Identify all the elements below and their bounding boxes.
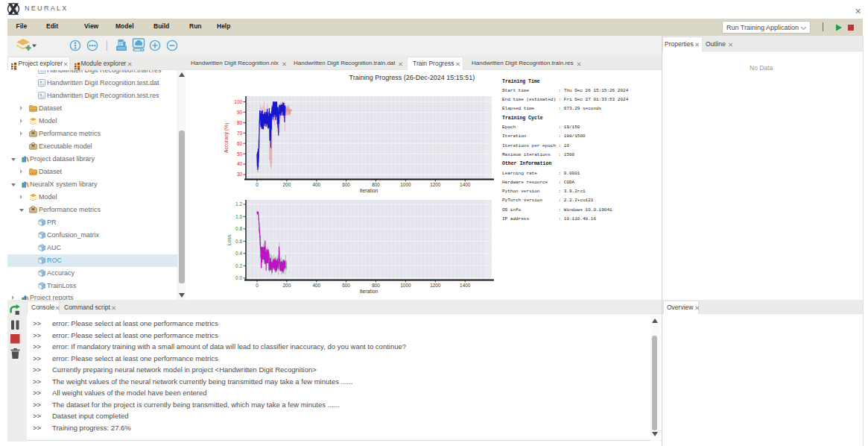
svg-text:1.2: 1.2 — [235, 201, 242, 207]
svg-text:0.0: 0.0 — [235, 275, 242, 280]
svg-text:0: 0 — [256, 182, 259, 187]
svg-text:0.8: 0.8 — [235, 226, 242, 231]
svg-text:0.4: 0.4 — [235, 251, 242, 256]
svg-text:1000: 1000 — [400, 182, 411, 187]
svg-text:1200: 1200 — [430, 182, 441, 187]
svg-text:Loss: Loss — [226, 234, 232, 245]
svg-text:1400: 1400 — [460, 182, 471, 187]
svg-text:Training Progress (26-Dec-2024: Training Progress (26-Dec-2024 15:15:51) — [349, 74, 475, 81]
svg-text:600: 600 — [342, 182, 350, 187]
svg-text:40: 40 — [237, 161, 243, 166]
svg-text:1400: 1400 — [460, 283, 471, 288]
svg-text:200: 200 — [283, 283, 291, 288]
svg-text:0.2: 0.2 — [235, 263, 242, 268]
svg-text:60: 60 — [237, 141, 243, 146]
svg-text:0.6: 0.6 — [235, 239, 242, 244]
svg-text:80: 80 — [237, 120, 243, 125]
svg-text:0: 0 — [256, 283, 259, 288]
svg-text:30: 30 — [237, 172, 243, 177]
svg-text:Accuracy (%): Accuracy (%) — [224, 123, 229, 153]
svg-text:100: 100 — [234, 99, 242, 104]
svg-text:90: 90 — [237, 110, 243, 115]
svg-text:70: 70 — [237, 131, 243, 136]
svg-text:200: 200 — [283, 182, 291, 187]
svg-text:1200: 1200 — [430, 283, 441, 288]
svg-text:Iteration: Iteration — [360, 289, 378, 294]
svg-text:50: 50 — [237, 151, 243, 157]
svg-text:600: 600 — [342, 283, 350, 288]
svg-text:1.0: 1.0 — [235, 214, 242, 219]
svg-text:1000: 1000 — [400, 283, 411, 288]
svg-text:400: 400 — [312, 182, 320, 187]
svg-text:400: 400 — [312, 283, 320, 288]
svg-text:Iteration: Iteration — [360, 188, 378, 193]
svg-text:800: 800 — [372, 283, 380, 288]
svg-text:800: 800 — [372, 182, 380, 187]
